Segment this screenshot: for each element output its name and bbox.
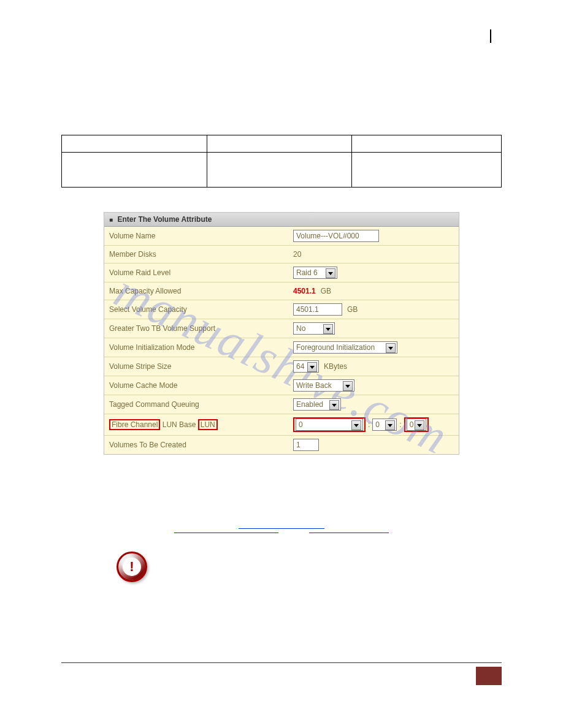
value-member-disks: 20 — [293, 250, 301, 259]
value-max-capacity: 4501.1 — [293, 287, 316, 295]
page-number-box — [476, 667, 502, 685]
select-cache[interactable]: Write Back — [293, 379, 354, 392]
label-init-mode: Volume Initialization Mode — [109, 343, 293, 352]
label-max-capacity: Max Capacity Allowed — [109, 287, 293, 295]
select-two-tb[interactable]: No — [293, 322, 335, 335]
label-fibre-channel: Fibre Channel LUN Base LUN — [109, 419, 293, 430]
select-stripe[interactable]: 64 — [293, 360, 319, 373]
warning-icon: ! — [117, 552, 147, 582]
label-lun-base: LUN Base — [163, 420, 196, 429]
volume-attribute-dialog: ■ Enter The Volume Attribute Volume Name… — [104, 212, 459, 455]
label-raid-level: Volume Raid Level — [109, 268, 293, 277]
link-line-2b — [309, 533, 389, 533]
label-cache: Volume Cache Mode — [109, 381, 293, 390]
select-raid-level[interactable]: Raid 6 — [293, 267, 337, 279]
page-footer — [61, 662, 502, 685]
label-stripe: Volume Stripe Size — [109, 362, 293, 371]
redbox-fc-val3: 0 — [404, 417, 429, 432]
link-line-2a — [174, 533, 278, 533]
label-member-disks: Member Disks — [109, 250, 293, 259]
label-vol-create: Volumes To Be Created — [109, 441, 293, 449]
select-fc-1[interactable]: 0 — [296, 419, 363, 431]
select-init-mode[interactable]: Foreground Initialization — [293, 341, 397, 354]
redbox-fibre: Fibre Channel — [109, 419, 160, 430]
link-block — [61, 528, 502, 533]
dialog-header: ■ Enter The Volume Attribute — [104, 213, 459, 227]
label-select-capacity: Select Volume Capacity — [109, 305, 293, 314]
empty-table — [61, 135, 502, 188]
redbox-fc-val1: 0 — [293, 417, 366, 432]
text-cursor — [490, 29, 491, 43]
input-volume-name[interactable]: Volume---VOL#000 — [293, 230, 379, 242]
label-two-tb: Greater Two TB Volume Support — [109, 324, 293, 333]
link-line-1 — [239, 528, 324, 529]
unit-select-capacity: GB — [347, 305, 358, 314]
colon1: : — [368, 420, 370, 429]
label-volume-name: Volume Name — [109, 232, 293, 240]
select-fc-3[interactable]: 0 — [407, 419, 426, 431]
unit-max-capacity: GB — [321, 287, 331, 295]
label-tcq: Tagged Command Queuing — [109, 400, 293, 409]
header-bullet-icon: ■ — [109, 216, 113, 223]
select-tcq[interactable]: Enabled — [293, 398, 341, 411]
exclamation-icon: ! — [123, 558, 141, 576]
unit-stripe: KBytes — [324, 362, 347, 371]
input-select-capacity[interactable]: 4501.1 — [293, 303, 342, 316]
colon2: : — [399, 420, 401, 429]
redbox-lun: LUN — [198, 419, 218, 430]
input-vol-create[interactable]: 1 — [293, 439, 319, 451]
dialog-title: Enter The Volume Attribute — [117, 215, 212, 224]
select-fc-2[interactable]: 0 — [372, 419, 397, 431]
